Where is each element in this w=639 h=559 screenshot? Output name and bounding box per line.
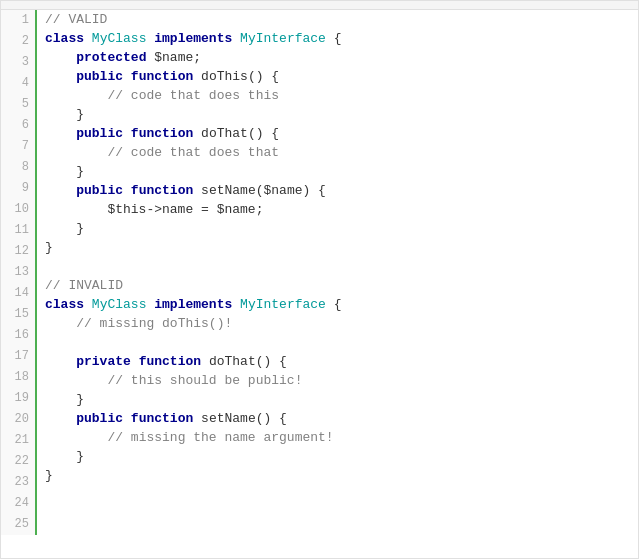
plain-token: ($name) { <box>256 183 326 198</box>
code-lines: // VALIDclass MyClass implements MyInter… <box>37 10 638 535</box>
kw-token: class <box>45 297 84 312</box>
kw-token: function <box>131 183 193 198</box>
plain-token <box>45 183 76 198</box>
line-number: 20 <box>1 409 35 430</box>
fn-token: doThat <box>209 354 256 369</box>
fn-token: setName <box>201 183 256 198</box>
kw-token: public <box>76 183 123 198</box>
plain-token <box>45 430 107 445</box>
line-number: 17 <box>1 346 35 367</box>
plain-token <box>232 31 240 46</box>
line-number: 4 <box>1 73 35 94</box>
plain-token <box>193 69 201 84</box>
code-line: } <box>45 105 638 124</box>
plain-token: { <box>326 31 342 46</box>
code-line: // code that does that <box>45 143 638 162</box>
kw-token: function <box>139 354 201 369</box>
kw-token: public <box>76 126 123 141</box>
cm-token: // code that does that <box>107 145 279 160</box>
plain-token <box>45 373 107 388</box>
code-line <box>45 333 638 352</box>
line-number: 10 <box>1 199 35 220</box>
line-number: 19 <box>1 388 35 409</box>
kw-token: function <box>131 411 193 426</box>
code-line: public function doThis() { <box>45 67 638 86</box>
plain-token: } <box>45 468 53 483</box>
plain-token: } <box>45 392 84 407</box>
code-line: class MyClass implements MyInterface { <box>45 295 638 314</box>
plain-token: $name; <box>146 50 201 65</box>
line-number: 14 <box>1 283 35 304</box>
iface-token: MyInterface <box>240 31 326 46</box>
line-number: 5 <box>1 94 35 115</box>
line-number: 3 <box>1 52 35 73</box>
line-number: 8 <box>1 157 35 178</box>
code-line: } <box>45 466 638 485</box>
plain-token: () { <box>256 354 287 369</box>
plain-token <box>123 183 131 198</box>
plain-token <box>45 88 107 103</box>
plain-token <box>45 354 76 369</box>
line-number: 23 <box>1 472 35 493</box>
code-container: 1234567891011121314151617181920212223242… <box>0 0 639 559</box>
line-number: 24 <box>1 493 35 514</box>
plain-token <box>45 316 76 331</box>
line-number: 21 <box>1 430 35 451</box>
line-number: 2 <box>1 31 35 52</box>
plain-token <box>45 69 76 84</box>
line-number: 7 <box>1 136 35 157</box>
plain-token <box>45 126 76 141</box>
code-line <box>45 257 638 276</box>
plain-token <box>131 354 139 369</box>
plain-token <box>45 50 76 65</box>
plain-token: } <box>45 107 84 122</box>
code-line: public function doThat() { <box>45 124 638 143</box>
plain-token <box>232 297 240 312</box>
kw-token: public <box>76 411 123 426</box>
plain-token <box>84 31 92 46</box>
code-line: protected $name; <box>45 48 638 67</box>
plain-token: } <box>45 240 53 255</box>
code-line: private function doThat() { <box>45 352 638 371</box>
plain-token: () { <box>248 69 279 84</box>
kw-token: implements <box>154 297 232 312</box>
line-number: 9 <box>1 178 35 199</box>
plain-token: $this->name = $name; <box>45 202 263 217</box>
kw-token: public <box>76 69 123 84</box>
line-number: 16 <box>1 325 35 346</box>
code-line: // missing the name argument! <box>45 428 638 447</box>
cm-token: // this should be public! <box>107 373 302 388</box>
plain-token: { <box>326 297 342 312</box>
line-number: 18 <box>1 367 35 388</box>
code-line: } <box>45 390 638 409</box>
plain-token <box>45 145 107 160</box>
code-line: $this->name = $name; <box>45 200 638 219</box>
plain-token <box>123 126 131 141</box>
code-body: 1234567891011121314151617181920212223242… <box>1 10 638 535</box>
plain-token <box>45 411 76 426</box>
plain-token: () { <box>248 126 279 141</box>
kw-token: class <box>45 31 84 46</box>
plain-token <box>123 411 131 426</box>
fn-token: setName <box>201 411 256 426</box>
kw-token: protected <box>76 50 146 65</box>
code-line: public function setName($name) { <box>45 181 638 200</box>
iface-token: MyInterface <box>240 297 326 312</box>
code-line: } <box>45 219 638 238</box>
fn-token: doThis <box>201 69 248 84</box>
line-number: 15 <box>1 304 35 325</box>
line-numbers: 1234567891011121314151617181920212223242… <box>1 10 37 535</box>
code-line: } <box>45 447 638 466</box>
line-number: 22 <box>1 451 35 472</box>
line-number: 13 <box>1 262 35 283</box>
cm-token: // INVALID <box>45 278 123 293</box>
line-number: 1 <box>1 10 35 31</box>
plain-token <box>193 183 201 198</box>
line-number: 6 <box>1 115 35 136</box>
code-line: // VALID <box>45 10 638 29</box>
plain-token: } <box>45 449 84 464</box>
plain-token <box>193 126 201 141</box>
code-line: // this should be public! <box>45 371 638 390</box>
code-line: } <box>45 162 638 181</box>
cm-token: // missing doThis()! <box>76 316 232 331</box>
